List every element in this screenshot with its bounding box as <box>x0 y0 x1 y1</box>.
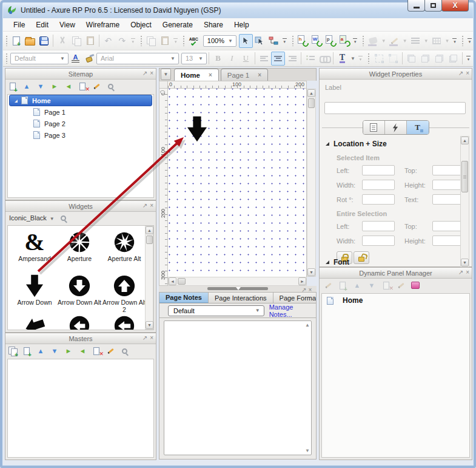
menu-wireframe[interactable]: Wireframe <box>81 19 124 31</box>
close-panel-icon[interactable]: × <box>308 287 312 294</box>
sitemap-item-page2[interactable]: Page 2 <box>8 118 153 129</box>
font-dialog-button[interactable]: A <box>69 52 82 66</box>
select-contained-button[interactable] <box>253 34 267 48</box>
scroll-down-icon[interactable]: ▼ <box>307 268 315 276</box>
bullet-list-button[interactable] <box>303 52 317 66</box>
maximize-button[interactable] <box>424 0 442 12</box>
chevron-down-icon[interactable]: ▼ <box>423 38 430 44</box>
widget-aperture[interactable]: Aperture <box>58 231 101 262</box>
selected-left-input[interactable] <box>362 165 395 175</box>
tab-page-notes[interactable]: Page Notes <box>159 293 209 303</box>
menu-file[interactable]: File <box>8 19 30 31</box>
toggle-panel-visibility-button[interactable] <box>411 280 420 290</box>
tab-page-formatting[interactable]: Page Formatting <box>273 293 317 303</box>
toolbar-overflow[interactable]: ▾ <box>466 38 474 43</box>
edit-page-button[interactable] <box>92 81 101 91</box>
toolbar-overflow[interactable]: ▾ <box>357 56 364 61</box>
section-location-size[interactable]: Location + Size <box>326 140 387 148</box>
scroll-down-icon[interactable]: ▼ <box>146 321 153 329</box>
cut-button[interactable] <box>55 34 69 48</box>
widget-arrow-down-alt-2[interactable]: Arrow Down Alt 2 <box>102 274 146 313</box>
widget-arrow-left-alt-2[interactable] <box>102 314 146 330</box>
widget-library-dropdown[interactable]: Iconic_Black ▼ <box>9 214 56 222</box>
widget-arrow-left-alt[interactable] <box>58 314 101 330</box>
widget-aperture-alt[interactable]: Aperture Alt <box>102 231 146 262</box>
expand-panel-icon[interactable]: ↗ <box>142 202 147 209</box>
move-up-button[interactable]: ▲ <box>22 81 32 91</box>
move-down-button[interactable]: ▼ <box>367 280 377 290</box>
font-size-combobox[interactable]: 13▼ <box>181 53 207 64</box>
expander-icon[interactable] <box>15 100 18 103</box>
tab-annotations[interactable] <box>363 121 385 134</box>
dpm-item-home[interactable]: Home <box>322 294 469 305</box>
toolbar-overflow[interactable]: ▾ <box>281 38 289 43</box>
placed-arrow-down-widget[interactable] <box>187 115 207 143</box>
search-pages-button[interactable] <box>106 81 115 91</box>
move-up-button[interactable]: ▲ <box>36 346 45 356</box>
menu-object[interactable]: Object <box>126 19 156 31</box>
line-color-button[interactable] <box>387 34 401 48</box>
canvas-horizontal-scrollbar[interactable]: ◄ ► <box>168 277 307 286</box>
bring-forward-button[interactable] <box>432 52 446 66</box>
indent-button[interactable]: ► <box>50 81 59 91</box>
close-panel-icon[interactable]: × <box>150 334 153 342</box>
tab-home[interactable]: Home× <box>174 69 219 81</box>
close-tab-icon[interactable]: × <box>258 72 261 78</box>
delete-page-button[interactable]: ✕ <box>78 81 87 91</box>
font-name-combobox[interactable]: Arial▼ <box>96 53 179 64</box>
widget-label-input[interactable] <box>324 102 466 114</box>
menu-generate[interactable]: Generate <box>158 19 198 31</box>
move-down-button[interactable]: ▼ <box>36 81 45 91</box>
insert-link-button[interactable] <box>317 52 331 66</box>
sitemap-item-page3[interactable]: Page 3 <box>8 129 153 141</box>
select-mode-button[interactable] <box>239 34 253 48</box>
sitemap-item-home[interactable]: Home <box>9 95 152 106</box>
fill-color-button[interactable] <box>366 34 380 48</box>
zoom-combobox[interactable]: 100%▼ <box>203 35 236 47</box>
notes-textarea[interactable]: ▲ ▼ <box>164 320 312 455</box>
toolbar-overflow[interactable]: ▾ <box>351 38 359 43</box>
manage-notes-link[interactable]: Manage Notes... <box>269 304 316 318</box>
grid-button[interactable] <box>430 34 444 48</box>
widget-arrow-left[interactable] <box>13 314 56 330</box>
scroll-left-icon[interactable]: ◄ <box>169 277 176 285</box>
tab-page1[interactable]: Page 1× <box>221 69 268 81</box>
properties-scrollbar[interactable]: ▲ ▼ <box>460 136 469 267</box>
text-color-button[interactable]: T <box>335 52 349 66</box>
paste-button[interactable] <box>83 34 97 48</box>
menu-view[interactable]: View <box>55 19 80 31</box>
save-button[interactable] <box>37 34 51 48</box>
bottom-panel-splitter[interactable] <box>159 286 317 292</box>
tab-page-interactions[interactable]: Page Interactions <box>209 293 273 303</box>
publish-axshare-button[interactable]: a <box>337 34 351 48</box>
toolbar-overflow[interactable]: ▾ <box>172 38 179 43</box>
toolbar-overflow[interactable]: ▾ <box>129 38 137 43</box>
chevron-down-icon[interactable]: ▼ <box>349 56 357 61</box>
align-right-button[interactable] <box>285 52 299 66</box>
ungroup-button[interactable] <box>386 52 400 66</box>
unlock-button[interactable] <box>354 251 369 264</box>
outdent-button[interactable]: ◄ <box>78 346 87 356</box>
widget-list-scrollbar[interactable]: ▲ ▼ <box>145 226 153 330</box>
search-masters-button[interactable] <box>119 346 129 356</box>
bring-to-front-button[interactable] <box>404 52 418 66</box>
send-backward-button[interactable] <box>446 52 460 66</box>
import-button[interactable] <box>144 34 158 48</box>
scroll-thumb[interactable] <box>461 161 468 192</box>
minimize-button[interactable] <box>407 0 425 12</box>
scroll-up-icon[interactable]: ▲ <box>307 89 315 97</box>
copy-button[interactable] <box>69 34 83 48</box>
search-icon[interactable] <box>61 215 66 221</box>
menu-share[interactable]: Share <box>199 19 228 31</box>
widget-arrow-down-alt[interactable]: Arrow Down Alt <box>58 274 101 306</box>
new-button[interactable]: + <box>9 34 23 48</box>
send-to-back-button[interactable] <box>418 52 432 66</box>
delete-master-button[interactable]: ✕ <box>92 346 101 356</box>
move-up-button[interactable]: ▲ <box>352 280 362 290</box>
bold-button[interactable]: B <box>211 52 225 66</box>
scroll-up-icon[interactable]: ▲ <box>305 322 310 328</box>
canvas-vertical-scrollbar[interactable]: ▲ ▼ <box>307 89 316 277</box>
delete-panel-button[interactable]: ✕ <box>381 280 391 290</box>
rename-panel-button[interactable] <box>396 280 406 290</box>
export-button[interactable] <box>158 34 172 48</box>
